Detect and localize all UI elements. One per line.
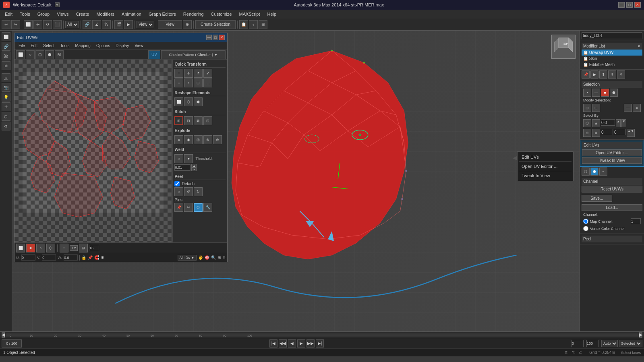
uvws-menu-select[interactable]: Select (41, 43, 57, 48)
qt-flip-v[interactable]: ↕ (184, 79, 193, 87)
peel-btn2[interactable]: ↺ (184, 187, 193, 196)
uvws-tool4[interactable]: ⬢ (45, 50, 54, 59)
undo-button[interactable]: ↩ (2, 20, 10, 29)
left-systems-btn[interactable]: ⚙ (2, 122, 10, 130)
stitch-btn1[interactable]: ⊞ (174, 116, 183, 125)
prev-frame-btn[interactable]: |◀ (269, 339, 277, 348)
modifier-unwrap-uvw[interactable]: 📋 Unwrap UVW (582, 50, 642, 56)
uvws-bottom-btn1[interactable]: ⬜ (16, 244, 25, 252)
sel-face[interactable]: ■ (601, 89, 609, 97)
uvws-v-input[interactable] (42, 254, 56, 261)
mod-btn5[interactable]: ✕ (617, 70, 625, 79)
percent-snap[interactable]: % (102, 20, 111, 29)
sel-by-input2[interactable] (601, 129, 613, 135)
reshape-btn2[interactable]: ⬡ (184, 97, 193, 106)
threshold-input[interactable] (174, 164, 191, 171)
uvws-tool3[interactable]: ⬡ (35, 50, 44, 59)
menu-group[interactable]: Group (34, 11, 53, 17)
sel-edge[interactable]: — (592, 89, 600, 97)
timeline-btn-left[interactable]: ◀ (2, 332, 5, 338)
workspace-dropdown[interactable]: ▼ (55, 2, 60, 7)
timeline-btn-right[interactable]: ▶ (639, 332, 642, 338)
named-sel[interactable]: 📋 (239, 20, 248, 29)
modifier-editable-mesh[interactable]: 📋 Editable Mesh (582, 62, 642, 68)
menu-modifiers[interactable]: Modifiers (93, 11, 118, 17)
save-btn[interactable]: Save... (582, 195, 612, 202)
uvws-tool5[interactable]: M (55, 50, 64, 59)
frame-input[interactable] (572, 340, 584, 347)
uvws-navigate-icon[interactable]: 🖐 (198, 255, 203, 260)
qt-more[interactable]: … (203, 79, 212, 87)
left-space-btn[interactable]: ⬡ (2, 112, 10, 121)
explode-btn4[interactable]: ⊗ (203, 135, 212, 144)
menu-tools[interactable]: Tools (17, 11, 33, 17)
modifier-list-expand[interactable]: ▼ (637, 44, 641, 48)
view-select[interactable]: View (137, 21, 154, 28)
reset-uvws-btn[interactable]: Reset UVWs (582, 186, 642, 192)
uvws-bottom-btn2[interactable]: ■ (26, 244, 35, 252)
explode-btn5[interactable]: ⊘ (213, 135, 222, 144)
weld-btn1[interactable]: ○ (174, 154, 183, 163)
object-name-input[interactable] (582, 32, 642, 39)
play-btn[interactable]: ▶ (297, 339, 305, 348)
uvws-close[interactable]: ✕ (219, 35, 225, 40)
uvws-bottom-btn3[interactable]: ○ (36, 244, 45, 252)
close-button[interactable]: ✕ (634, 2, 641, 8)
threshold-spinner[interactable]: ▲ ▼ (191, 164, 197, 171)
menu-maxscript[interactable]: MAXScript (236, 11, 263, 17)
uvws-grid-icon[interactable]: ⊞ (217, 255, 221, 260)
mod-sel3[interactable]: — (624, 104, 632, 112)
sel-by-spinner-up[interactable]: ▲ (616, 119, 621, 127)
menu-views[interactable]: Views (54, 11, 72, 17)
uvws-tool2[interactable]: ○ (26, 50, 35, 59)
scale-button[interactable]: ⬛ (53, 20, 62, 29)
uvws-bottom-btn5[interactable]: + (60, 244, 68, 252)
sel-by1[interactable]: ⬡ (583, 119, 591, 127)
pin-btn1[interactable]: 📌 (174, 203, 183, 212)
qt-flip-h[interactable]: ↔ (174, 79, 183, 87)
sel-by2[interactable]: ▲ (592, 119, 600, 127)
detach-check[interactable] (174, 181, 180, 186)
peel-btn3[interactable]: ↻ (194, 187, 203, 196)
uvws-menu-edit[interactable]: Edit (28, 43, 40, 48)
stitch-btn2[interactable]: ⊟ (184, 116, 193, 125)
map-channel-radio[interactable] (583, 219, 588, 224)
uvws-uv-btn[interactable]: UV (148, 50, 160, 59)
uvws-u-input[interactable] (21, 254, 35, 261)
map-channel-input[interactable] (631, 218, 641, 224)
load-btn[interactable]: Load... (582, 204, 642, 211)
uvws-settings-icon[interactable]: ⚙ (101, 255, 104, 260)
uvws-minimize[interactable]: — (206, 35, 212, 40)
uvws-menu-options[interactable]: Options (94, 43, 112, 48)
left-helper-btn[interactable]: ✛ (2, 102, 10, 111)
uvws-zoom-icon[interactable]: 🔍 (211, 255, 216, 260)
open-uv-editor-btn[interactable]: Open UV Editor ... (582, 149, 642, 156)
mod-btn2[interactable]: ▶ (590, 70, 598, 79)
next-key-btn[interactable]: ▶▶ (306, 339, 315, 348)
uv-icon1[interactable]: ⬡ (582, 168, 590, 176)
menu-create[interactable]: Create (72, 11, 92, 17)
left-light-btn[interactable]: 💡 (2, 93, 10, 101)
tweak-in-view-btn[interactable]: Tweak In View (582, 157, 642, 164)
peel-btn1[interactable]: ○ (174, 187, 183, 196)
sel-by-input3[interactable] (614, 129, 626, 135)
selected-filter[interactable]: Selected (619, 340, 642, 347)
uvws-menu-tools[interactable]: Tools (58, 43, 72, 48)
mod-sel2[interactable]: ⊟ (592, 104, 600, 112)
qt-rotate-btn[interactable]: ↺ (194, 69, 203, 78)
sel-by-spinner2-up[interactable]: ▲▼ (627, 129, 635, 137)
uvws-menu-display[interactable]: Display (113, 43, 131, 48)
uvws-close-icon[interactable]: ✕ (222, 255, 226, 260)
sel-by-input[interactable] (601, 119, 615, 126)
pin-btn4[interactable]: 🔧 (203, 203, 212, 212)
quick-render[interactable]: ▶ (124, 20, 133, 29)
timeline-track[interactable]: 0 10 20 30 40 50 60 70 80 90 100 (6, 333, 638, 337)
align-btn[interactable]: ⊞ (259, 20, 267, 29)
qt-add-btn[interactable]: + (174, 69, 183, 78)
reshape-btn1[interactable]: ⬜ (174, 97, 183, 106)
uvws-pin-icon[interactable]: 📌 (88, 255, 93, 260)
uvws-pixel-btn[interactable]: ⊞ (79, 244, 88, 252)
stitch-btn3[interactable]: ⊠ (194, 116, 203, 125)
stitch-btn4[interactable]: ⊡ (203, 116, 212, 125)
explode-btn2[interactable]: ◉ (184, 135, 193, 144)
